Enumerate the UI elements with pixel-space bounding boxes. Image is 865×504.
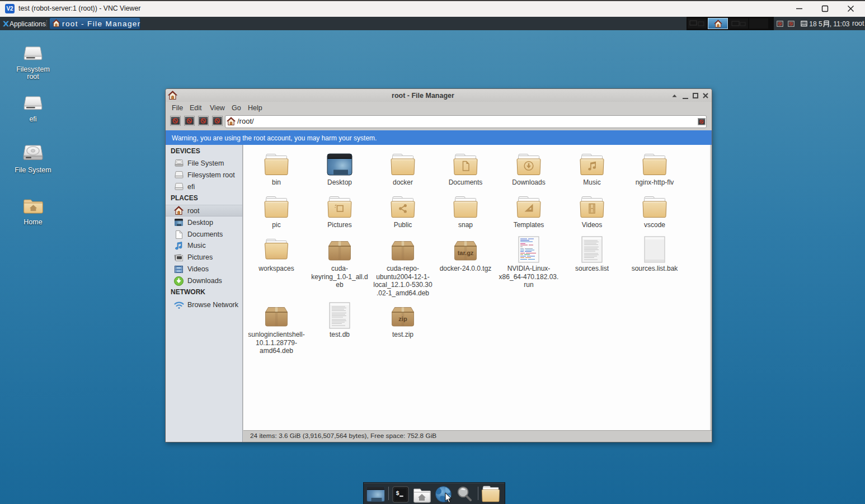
svg-text:tar.gz: tar.gz xyxy=(458,249,474,256)
svg-text:zip: zip xyxy=(398,315,407,322)
